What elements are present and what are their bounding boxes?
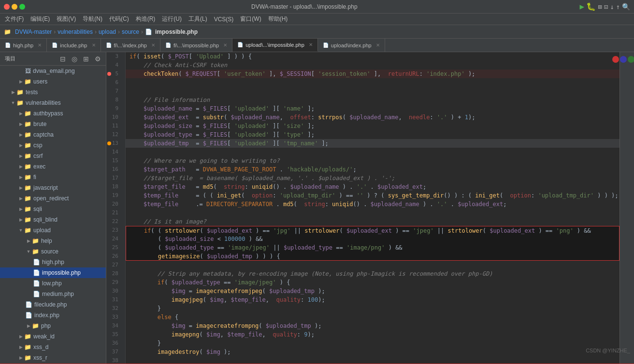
- ln-34: 34: [106, 322, 121, 330]
- ln-21: 21: [106, 209, 121, 217]
- tab-close-5[interactable]: ✕: [376, 42, 380, 48]
- tree-item-source[interactable]: ▼ 📁 source: [0, 246, 106, 257]
- tab-close-3[interactable]: ✕: [223, 42, 227, 48]
- tree-item-dvwa-email[interactable]: 🖼 dvwa_email.png: [0, 66, 106, 76]
- tree-item-xss-r[interactable]: ▶ 📁 xss_r: [0, 352, 106, 363]
- run-button[interactable]: ▶: [580, 2, 585, 11]
- tree-item-low-php[interactable]: 📄 low.php: [0, 278, 106, 289]
- tree-item-captcha[interactable]: ▶ 📁 captcha: [0, 129, 106, 140]
- tab-include-php[interactable]: 📄 include.php ✕: [47, 39, 101, 52]
- tree-item-exec[interactable]: ▶ 📁 exec: [0, 161, 106, 172]
- tab-close-0[interactable]: ✕: [38, 42, 42, 48]
- tree-label-sqli-blind: sqli_blind: [33, 216, 58, 223]
- code-line-27: [126, 261, 620, 269]
- debug-button[interactable]: 🐛: [586, 2, 596, 11]
- bc-vulnerabilities[interactable]: vulnerabilities: [58, 28, 93, 35]
- menu-help[interactable]: 帮助(H): [265, 14, 291, 24]
- tab-close-4[interactable]: ✕: [309, 42, 313, 47]
- profile-button[interactable]: ⊡: [604, 3, 608, 11]
- menu-view[interactable]: 视图(V): [54, 14, 79, 24]
- sidebar-expand-btn[interactable]: ⊞: [81, 54, 91, 64]
- folder-icon-csrf: 📁: [24, 153, 31, 159]
- folder-icon-vulnerabilities: 📁: [16, 99, 24, 106]
- tree-item-weak-id[interactable]: ▶ 📁 weak_id: [0, 331, 106, 342]
- tree-item-javascript[interactable]: ▶ 📁 javascript: [0, 182, 106, 193]
- bc-project[interactable]: DVWA-master: [15, 28, 52, 35]
- arrow-xss-r: ▶: [17, 355, 24, 360]
- tree-item-upload[interactable]: ▼ 📁 upload: [0, 225, 106, 236]
- tab-close-2[interactable]: ✕: [151, 42, 155, 48]
- ln-11: 11: [106, 122, 121, 130]
- tree-item-csp[interactable]: ▶ 📁 csp: [0, 140, 106, 151]
- tab-fi-index-php[interactable]: 📄 fi\...\index.php ✕: [101, 39, 161, 52]
- tree-item-medium-php[interactable]: 📄 medium.php: [0, 289, 106, 299]
- tree-item-high-php[interactable]: 📄 high.php: [0, 257, 106, 267]
- browser-icons: [612, 54, 634, 63]
- search-button[interactable]: 🔍: [622, 3, 630, 11]
- ln-33: 33: [106, 313, 121, 322]
- maximize-button[interactable]: [19, 4, 25, 10]
- minimize-button[interactable]: [12, 4, 17, 10]
- tab-upload-impossible-php[interactable]: 📄 upload\...\impossible.php ✕: [232, 39, 318, 52]
- sidebar-settings-btn[interactable]: ⚙: [93, 54, 103, 64]
- tab-close-1[interactable]: ✕: [92, 42, 96, 48]
- tree-item-fileclude-php[interactable]: 📄 fileclude.php: [0, 299, 106, 310]
- tree-item-tests[interactable]: ▶ 📁 tests: [0, 87, 106, 98]
- tree-item-vulnerabilities[interactable]: ▼ 📁 vulnerabilities: [0, 98, 106, 108]
- arrow-captcha: ▶: [17, 132, 24, 137]
- icon-green[interactable]: [628, 56, 634, 63]
- git-push-button[interactable]: ↑: [616, 3, 620, 11]
- tab-high-php[interactable]: 📄 high.php ✕: [0, 39, 47, 52]
- tree-item-fi[interactable]: ▶ 📁 fi: [0, 172, 106, 182]
- coverage-button[interactable]: ⊞: [598, 3, 602, 11]
- bc-upload[interactable]: upload: [99, 28, 116, 35]
- menu-window[interactable]: 窗口(W): [237, 14, 264, 24]
- tree-item-users[interactable]: ▶ 📁 users: [0, 76, 106, 87]
- folder-icon-fi: 📁: [24, 174, 31, 181]
- folder-icon-open-redirect: 📁: [24, 195, 31, 202]
- icon-blue[interactable]: [620, 56, 627, 63]
- folder-icon-source: 📁: [32, 248, 39, 255]
- tree-item-xss-d[interactable]: ▶ 📁 xss_d: [0, 342, 106, 352]
- tab-label-5: upload\index.php: [331, 42, 372, 48]
- menu-run[interactable]: 运行(U): [159, 14, 185, 24]
- tab-upload-index-php[interactable]: 📄 upload\index.php ✕: [318, 39, 385, 52]
- menu-edit[interactable]: 编辑(E): [28, 14, 53, 24]
- ln-12: 12: [106, 130, 121, 139]
- tree-item-index-php-upload[interactable]: 📄 index.php: [0, 310, 106, 321]
- tree-item-open-redirect[interactable]: ▶ 📁 open_redirect: [0, 193, 106, 204]
- tab-icon-4: 📄: [237, 42, 243, 47]
- line-numbers: 3 4 5 6 7 8 9 10 11 12 13 14 15 16 17 18…: [106, 52, 126, 364]
- menu-tools[interactable]: 工具(L): [186, 14, 210, 24]
- code-line-31: imagejpeg( $img, $temp_file, quality: 10…: [126, 295, 620, 304]
- icon-red[interactable]: [612, 56, 619, 63]
- close-button[interactable]: [4, 4, 10, 10]
- arrow-javascript: ▶: [17, 185, 24, 190]
- tree-item-php[interactable]: ▶ 📁 php: [0, 321, 106, 331]
- tree-item-help[interactable]: ▶ 📁 help: [0, 236, 106, 246]
- tree-item-impossible-php[interactable]: 📄 impossible.php: [0, 267, 106, 278]
- menu-build[interactable]: 构造(R): [133, 14, 158, 24]
- tab-fi-impossible-php[interactable]: 📄 fi\...\impossible.php ✕: [160, 39, 232, 52]
- git-update-button[interactable]: ↓: [610, 3, 614, 11]
- menu-vcs[interactable]: VCS(S): [211, 15, 237, 24]
- menu-file[interactable]: 文件(F): [2, 14, 27, 24]
- tree-item-sqli-blind[interactable]: ▶ 📁 sqli_blind: [0, 214, 106, 225]
- tree-label-brute: brute: [33, 121, 46, 127]
- bc-sep4: ›: [141, 28, 143, 35]
- file-icon-low-php: 📄: [33, 280, 40, 287]
- menubar: 文件(F) 编辑(E) 视图(V) 导航(N) 代码(C) 构造(R) 运行(U…: [0, 14, 634, 25]
- tree-item-csrf[interactable]: ▶ 📁 csrf: [0, 151, 106, 161]
- tree-item-brute[interactable]: ▶ 📁 brute: [0, 119, 106, 129]
- tree-label-medium-php: medium.php: [42, 291, 74, 297]
- bc-source[interactable]: source: [122, 28, 139, 35]
- sidebar-collapse-btn[interactable]: ⊟: [58, 54, 68, 64]
- menu-nav[interactable]: 导航(N): [80, 14, 105, 24]
- sidebar-locate-btn[interactable]: ◎: [70, 54, 79, 64]
- tree-item-sqli[interactable]: ▶ 📁 sqli: [0, 204, 106, 214]
- code-content[interactable]: if( isset( $_POST[ 'Upload' ] ) ) { // C…: [126, 52, 620, 364]
- menu-code[interactable]: 代码(C): [106, 14, 132, 24]
- tree-item-authbypass[interactable]: ▶ 📁 authbypass: [0, 108, 106, 119]
- tree-label-open-redirect: open_redirect: [33, 195, 69, 202]
- folder-icon-xss-d: 📁: [24, 344, 31, 350]
